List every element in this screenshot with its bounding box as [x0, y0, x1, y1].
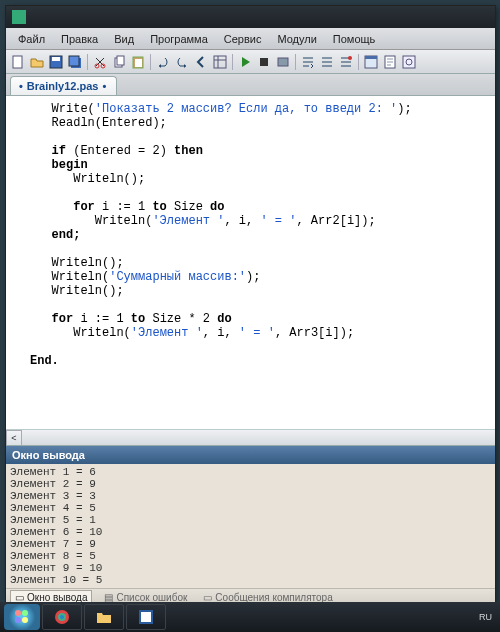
- svg-rect-12: [260, 58, 268, 66]
- output-pane: Элемент 1 = 6 Элемент 2 = 9 Элемент 3 = …: [6, 464, 495, 588]
- cut-icon[interactable]: [91, 53, 109, 71]
- menu-file[interactable]: Файл: [10, 30, 53, 48]
- stepinto-icon[interactable]: [299, 53, 317, 71]
- scroll-left-icon[interactable]: <: [6, 430, 22, 446]
- menu-program[interactable]: Программа: [142, 30, 216, 48]
- open-icon[interactable]: [28, 53, 46, 71]
- svg-point-21: [22, 610, 28, 616]
- unit-icon[interactable]: [381, 53, 399, 71]
- svg-rect-10: [135, 59, 142, 67]
- pause-icon[interactable]: [274, 53, 292, 71]
- menu-view[interactable]: Вид: [106, 30, 142, 48]
- svg-rect-28: [141, 612, 151, 622]
- menu-service[interactable]: Сервис: [216, 30, 270, 48]
- svg-point-23: [22, 617, 28, 623]
- chrome-icon: [54, 609, 70, 625]
- code-content: Write('Показать 2 массив? Если да, то вв…: [30, 102, 412, 368]
- props-icon[interactable]: [211, 53, 229, 71]
- svg-rect-11: [214, 56, 226, 68]
- svg-point-22: [15, 617, 21, 623]
- nav-back-icon[interactable]: [192, 53, 210, 71]
- task-explorer[interactable]: [84, 604, 124, 630]
- svg-rect-18: [403, 56, 415, 68]
- taskbar: RU: [0, 602, 500, 632]
- options-icon[interactable]: [400, 53, 418, 71]
- run-icon[interactable]: [236, 53, 254, 71]
- taskbar-lang[interactable]: RU: [479, 612, 496, 622]
- titlebar: [6, 6, 495, 28]
- svg-point-26: [60, 615, 64, 619]
- task-ide[interactable]: [126, 604, 166, 630]
- stepover-icon[interactable]: [318, 53, 336, 71]
- tab-row: •Brainly12.pas•: [6, 74, 495, 96]
- tab-label: Brainly12.pas: [27, 80, 99, 92]
- code-editor[interactable]: Write('Показать 2 массив? Если да, то вв…: [6, 96, 495, 446]
- svg-rect-4: [69, 56, 79, 66]
- menu-edit[interactable]: Правка: [53, 30, 106, 48]
- windows-icon: [14, 609, 30, 625]
- svg-rect-2: [52, 57, 60, 61]
- svg-rect-16: [365, 56, 377, 59]
- toolbar: [6, 50, 495, 74]
- task-browser[interactable]: [42, 604, 82, 630]
- menubar: Файл Правка Вид Программа Сервис Модули …: [6, 28, 495, 50]
- menu-help[interactable]: Помощь: [325, 30, 384, 48]
- app-icon: [12, 10, 26, 24]
- horizontal-scrollbar[interactable]: <: [6, 429, 495, 445]
- menu-modules[interactable]: Модули: [269, 30, 324, 48]
- copy-icon[interactable]: [110, 53, 128, 71]
- form-icon[interactable]: [362, 53, 380, 71]
- svg-rect-8: [117, 56, 124, 65]
- start-button[interactable]: [4, 604, 40, 630]
- pascal-icon: [138, 609, 154, 625]
- ide-window: Файл Правка Вид Программа Сервис Модули …: [5, 5, 496, 602]
- undo-icon[interactable]: [154, 53, 172, 71]
- stop-icon[interactable]: [255, 53, 273, 71]
- paste-icon[interactable]: [129, 53, 147, 71]
- save-icon[interactable]: [47, 53, 65, 71]
- saveall-icon[interactable]: [66, 53, 84, 71]
- tab-modified-dot-2: •: [102, 80, 106, 92]
- output-pane-title[interactable]: Окно вывода: [6, 446, 495, 464]
- redo-icon[interactable]: [173, 53, 191, 71]
- tab-modified-dot: •: [19, 80, 23, 92]
- svg-point-14: [348, 56, 352, 60]
- editor-tab[interactable]: •Brainly12.pas•: [10, 76, 117, 95]
- stepout-icon[interactable]: [337, 53, 355, 71]
- svg-rect-0: [13, 56, 22, 68]
- svg-rect-13: [278, 58, 288, 66]
- new-icon[interactable]: [9, 53, 27, 71]
- svg-point-20: [15, 610, 21, 616]
- folder-icon: [96, 609, 112, 625]
